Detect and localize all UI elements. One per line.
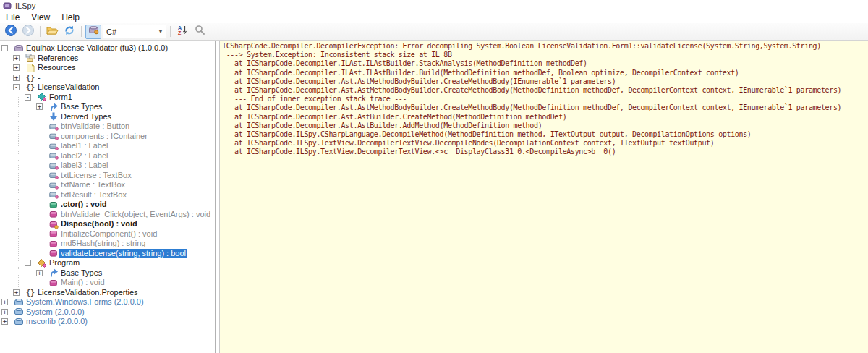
tree-item[interactable]: btnValidate_Click(object, EventArgs) : v… (0, 210, 215, 220)
collapse-icon[interactable]: - (25, 260, 31, 266)
tree-item-label: Form1 (48, 93, 74, 103)
tree-item[interactable]: +System.Windows.Forms (2.0.0.0) (0, 297, 215, 307)
tree-indent-guide (25, 171, 36, 181)
tree-item[interactable]: md5Hash(string) : string (0, 239, 215, 249)
tree-indent-guide (25, 122, 36, 132)
tree-item-label: btnValidate : Button (59, 122, 131, 132)
open-assembly-button[interactable] (44, 25, 60, 39)
namespace-icon: {} (25, 82, 36, 93)
tree-indent-guide (1, 200, 13, 210)
collapse-icon[interactable]: - (1, 45, 8, 51)
expand-icon[interactable]: + (13, 75, 20, 81)
menu-file[interactable]: File (0, 12, 25, 23)
tree-item-label: LicenseValidation.Properties (36, 288, 140, 298)
tree-indent-guide (1, 73, 13, 83)
tree-indent-guide (13, 268, 25, 278)
tree-item[interactable]: label3 : Label (0, 161, 215, 171)
tree-item[interactable]: +References (0, 54, 215, 64)
menu-view[interactable]: View (25, 12, 56, 23)
sort-alphabetically-button[interactable]: AZ (174, 25, 190, 39)
tree-indent-guide (13, 210, 25, 220)
tree-item[interactable]: -Form1 (0, 93, 215, 103)
tree-indent-guide (13, 132, 25, 142)
language-select[interactable]: C# ▼ (103, 25, 166, 38)
field-icon (48, 150, 59, 161)
back-icon (4, 24, 17, 40)
stack-trace-line: at ICSharpCode.ILSpy.TextView.Decompiler… (222, 148, 868, 156)
tree-expander-cell: - (1, 45, 13, 51)
tree-indent-guide (1, 54, 13, 64)
tree-item[interactable]: +{}LicenseValidation.Properties (0, 288, 215, 298)
tree-item[interactable]: +{}- (0, 73, 215, 83)
tree-item[interactable]: -Program (0, 258, 215, 268)
tree-indent-guide (13, 239, 25, 249)
tree-item[interactable]: validateLicense(string, string) : bool (0, 249, 215, 259)
open-assembly-icon (46, 25, 59, 39)
expand-icon[interactable]: + (13, 55, 20, 61)
tree-indent-guide (1, 180, 13, 190)
tree-item[interactable]: components : IContainer (0, 132, 215, 142)
forward-button[interactable] (20, 25, 36, 39)
tree-item[interactable]: +Resources (0, 63, 215, 73)
tree-item[interactable]: InitializeComponent() : void (0, 229, 215, 239)
expand-icon[interactable]: + (36, 103, 43, 110)
tree-item-label: txtName : TextBox (59, 180, 127, 190)
tree-indent-guide (1, 63, 13, 73)
tree-item[interactable]: txtResult : TextBox (0, 190, 215, 200)
expand-icon[interactable]: + (13, 64, 20, 71)
tree-indent-guide (25, 200, 36, 210)
language-selected-value: C# (106, 27, 116, 36)
tree-item[interactable]: txtLicense : TextBox (0, 171, 215, 181)
expand-icon[interactable]: + (1, 318, 8, 325)
tree-item-label: validateLicense(string, string) : bool (59, 249, 187, 259)
tree-expander-cell: + (1, 318, 13, 325)
stack-trace-line: at ICSharpCode.Decompiler.Ast.AstBuilder… (222, 113, 868, 122)
tree-indent-guide (1, 288, 13, 298)
tree-indent-guide (13, 180, 25, 190)
expand-icon[interactable]: + (1, 309, 8, 315)
tree-item[interactable]: Derived Types (0, 112, 215, 122)
expand-icon[interactable]: + (1, 299, 8, 305)
collapse-icon[interactable]: - (13, 84, 20, 90)
tree-item[interactable]: +mscorlib (2.0.0.0) (0, 317, 215, 327)
stack-trace-line: at ICSharpCode.Decompiler.ILAst.ILAstBui… (222, 69, 868, 77)
collapse-icon[interactable]: - (25, 94, 31, 101)
tree-item[interactable]: Dispose(bool) : void (0, 219, 215, 229)
show-internal-members-button[interactable] (85, 25, 101, 39)
expand-icon[interactable]: + (13, 289, 20, 296)
method-icon (48, 229, 59, 239)
tree-indent-guide (1, 132, 13, 142)
tree-item-label: System (2.0.0.0) (25, 307, 86, 318)
refresh-button[interactable] (61, 25, 77, 39)
menu-help[interactable]: Help (56, 12, 85, 23)
method-icon (48, 248, 59, 258)
tree-item[interactable]: -{}LicenseValidation (0, 82, 215, 93)
tree-indent-guide (1, 161, 13, 171)
tree-indent-guide (1, 268, 13, 278)
decompiler-output[interactable]: ICSharpCode.Decompiler.DecompilerExcepti… (220, 41, 868, 353)
tree-indent-guide (1, 122, 13, 132)
tree-item[interactable]: label2 : Label (0, 151, 215, 161)
refresh-icon (64, 25, 75, 39)
tree-indent-guide (1, 258, 13, 268)
tree-item[interactable]: +System (2.0.0.0) (0, 307, 215, 318)
tree-item[interactable]: label1 : Label (0, 141, 215, 151)
tree-item[interactable]: +Base Types (0, 102, 215, 112)
tree-item[interactable]: Main() : void (0, 278, 215, 288)
tree-item[interactable]: +Base Types (0, 268, 215, 278)
search-button[interactable] (192, 25, 208, 39)
tree-item[interactable]: btnValidate : Button (0, 122, 215, 132)
tree-item[interactable]: txtName : TextBox (0, 180, 215, 190)
back-button[interactable] (3, 25, 19, 39)
tree-indent-guide (13, 93, 25, 103)
tree-indent-guide (13, 219, 25, 229)
tree-item[interactable]: -Equihax License Validator (fu3) (1.0.0.… (0, 43, 215, 54)
stack-trace-line: at ICSharpCode.ILSpy.CSharpLanguage.Deco… (222, 130, 868, 139)
tree-indent-guide (13, 171, 25, 181)
class-icon (36, 92, 48, 102)
expand-icon[interactable]: + (36, 270, 43, 276)
tree-item[interactable]: .ctor() : void (0, 200, 215, 210)
tree-indent-guide (1, 82, 13, 93)
tree-indent-guide (25, 249, 36, 259)
tree-item-label: label3 : Label (59, 161, 109, 171)
